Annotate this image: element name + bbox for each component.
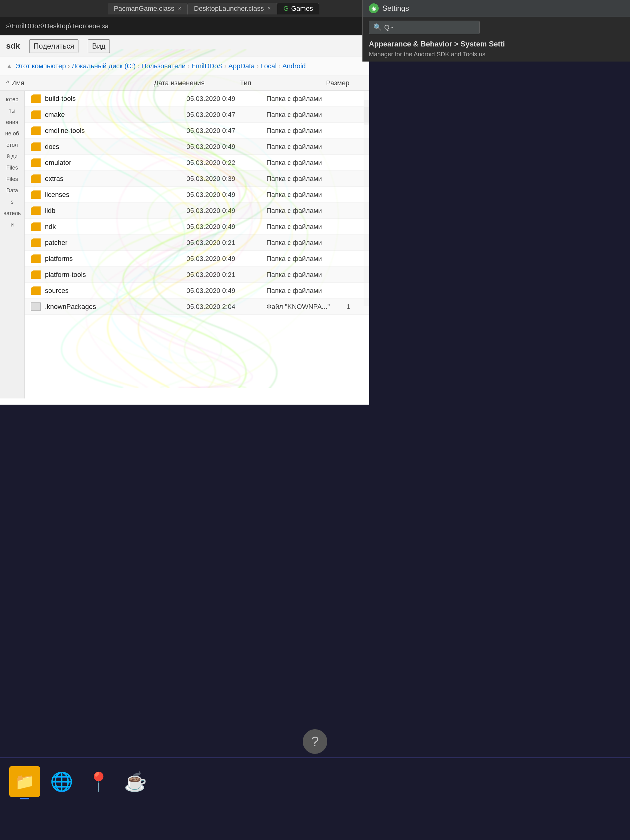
folder-icon (31, 111, 41, 119)
address-path: s\EmilDDoS\Desktop\Тестовое за (6, 22, 109, 30)
file-type: Папка с файлами (267, 271, 346, 279)
file-name: patcher (45, 239, 150, 247)
maps-icon: 📍 (87, 771, 110, 793)
file-name: ndk (45, 223, 150, 231)
file-size: 1 (346, 303, 369, 311)
sidebar-item-and[interactable]: и (0, 219, 24, 231)
file-type: Папка с файлами (267, 143, 346, 151)
file-date: 05.03.2020 0:47 (186, 111, 267, 119)
breadcrumb-computer[interactable]: Этот компьютер (16, 62, 66, 70)
taskbar-icon-java[interactable]: ☕ (120, 766, 151, 797)
sort-up-icon: ▲ (6, 62, 12, 69)
tab-pacmangame[interactable]: PacmanGame.class × (108, 3, 188, 14)
breadcrumb-appdata[interactable]: AppData (228, 62, 255, 70)
settings-icon-char: ◉ (371, 5, 376, 12)
table-row[interactable]: platform-tools05.03.2020 0:21Папка с фай… (25, 267, 369, 283)
file-type: Папка с файлами (267, 127, 346, 135)
folder-icon (31, 207, 41, 215)
folder-icon (31, 126, 41, 135)
tab-icon: G (283, 5, 289, 13)
col-date-header[interactable]: Дата изменения (154, 79, 205, 87)
file-name: emulator (45, 159, 150, 167)
table-row[interactable]: patcher05.03.2020 0:21Папка с файлами (25, 235, 369, 251)
sidebar-item-user[interactable]: ватель (0, 208, 24, 219)
folder-icon: 📁 (15, 772, 35, 791)
sidebar-item-disk[interactable]: й ди (0, 151, 24, 162)
table-row[interactable]: cmdline-tools05.03.2020 0:47Папка с файл… (25, 123, 369, 139)
file-date: 05.03.2020 0:49 (186, 255, 267, 263)
table-row[interactable]: docs05.03.2020 0:49Папка с файлами (25, 139, 369, 155)
file-name: platforms (45, 255, 150, 263)
explorer-sidebar: ютер ты ения не об стол й ди Files Files… (0, 91, 25, 398)
tab-games[interactable]: G Games (277, 3, 319, 14)
table-row[interactable]: platforms05.03.2020 0:49Папка с файлами (25, 251, 369, 267)
file-type: Файл "KNOWNPA..." (267, 303, 346, 311)
folder-icon (31, 286, 41, 295)
breadcrumb-local[interactable]: Local (261, 62, 277, 70)
folder-icon (31, 254, 41, 263)
settings-app-icon: ◉ (369, 3, 379, 13)
folder-icon (31, 223, 41, 231)
explorer-title: sdk (6, 41, 20, 51)
table-row[interactable]: ndk05.03.2020 0:49Папка с файлами (25, 219, 369, 235)
file-name: sources (45, 287, 150, 295)
sidebar-item-images[interactable]: не об (0, 128, 24, 139)
file-type: Папка с файлами (267, 191, 346, 199)
table-row[interactable]: sources05.03.2020 0:49Папка с файлами (25, 283, 369, 299)
explorer-window: sdk Поделиться Вид ▲ Этот компьютер › Ло… (0, 35, 369, 404)
table-row[interactable]: lldb05.03.2020 0:49Папка с файлами (25, 203, 369, 219)
folder-icon (31, 238, 41, 247)
table-row[interactable]: cmake05.03.2020 0:47Папка с файлами (25, 107, 369, 123)
file-name: docs (45, 143, 150, 151)
table-row[interactable]: .knownPackages05.03.2020 2:04Файл "KNOWN… (25, 299, 369, 315)
view-button[interactable]: Вид (88, 39, 109, 53)
breadcrumb-android[interactable]: Android (283, 62, 306, 70)
folder-icon (31, 95, 41, 103)
taskbar-icon-explorer[interactable]: 📁 (9, 766, 40, 797)
taskbar-icon-maps[interactable]: 📍 (83, 766, 114, 797)
taskbar-icon-chrome[interactable]: 🌐 (46, 766, 77, 797)
settings-search-box[interactable]: 🔍 Q~ (369, 21, 480, 34)
tab-close-icon[interactable]: × (178, 5, 182, 12)
sidebar-item-downloads[interactable]: ения (0, 117, 24, 128)
taskbar-icons: 📁 🌐 📍 ☕ (0, 766, 160, 797)
file-type: Папка с файлами (267, 175, 346, 183)
tab-close-icon[interactable]: × (268, 5, 271, 12)
file-date: 05.03.2020 0:49 (186, 207, 267, 215)
sidebar-item-data[interactable]: Data (0, 185, 24, 196)
table-row[interactable]: emulator05.03.2020 0:22Папка с файлами (25, 155, 369, 171)
share-button[interactable]: Поделиться (29, 39, 79, 53)
folder-icon (31, 158, 41, 167)
help-button[interactable]: ? (303, 729, 327, 754)
col-type-header[interactable]: Тип (240, 79, 251, 87)
table-row[interactable]: licenses05.03.2020 0:49Папка с файлами (25, 187, 369, 203)
breadcrumb-sep-4: › (224, 62, 227, 69)
breadcrumb-users[interactable]: Пользователи (142, 62, 186, 70)
col-size-header[interactable]: Размер (326, 79, 349, 87)
sidebar-item-s[interactable]: s (0, 196, 24, 208)
tab-desktoplauncher[interactable]: DesktopLauncher.class × (188, 3, 277, 14)
folder-icon (31, 174, 41, 183)
file-date: 05.03.2020 0:49 (186, 191, 267, 199)
sidebar-item-desktop[interactable]: стол (0, 139, 24, 151)
file-date: 05.03.2020 0:49 (186, 143, 267, 151)
breadcrumb-c-drive[interactable]: Локальный диск (C:) (72, 62, 136, 70)
breadcrumb-sep-6: › (278, 62, 281, 69)
file-type: Папка с файлами (267, 239, 346, 247)
table-row[interactable]: extras05.03.2020 0:39Папка с файлами (25, 171, 369, 187)
file-date: 05.03.2020 0:21 (186, 271, 267, 279)
breadcrumb-emildos[interactable]: EmilDDoS (191, 62, 223, 70)
table-row[interactable]: build-tools05.03.2020 0:49Папка с файлам… (25, 91, 369, 107)
sidebar-item-computer[interactable]: ютер (0, 94, 24, 105)
sidebar-item-documents[interactable]: ты (0, 105, 24, 117)
sidebar-item-files2[interactable]: Files (0, 174, 24, 185)
file-list: build-tools05.03.2020 0:49Папка с файлам… (25, 91, 369, 315)
sidebar-item-files1[interactable]: Files (0, 162, 24, 174)
taskbar-divider (0, 757, 630, 758)
folder-icon (31, 270, 41, 279)
search-icon: 🔍 (373, 24, 382, 32)
col-name-header[interactable]: Имя (11, 79, 24, 87)
settings-title: Settings (382, 4, 409, 13)
java-icon: ☕ (124, 771, 147, 793)
settings-breadcrumb: Appearance & Behavior > System Setti (363, 38, 630, 50)
